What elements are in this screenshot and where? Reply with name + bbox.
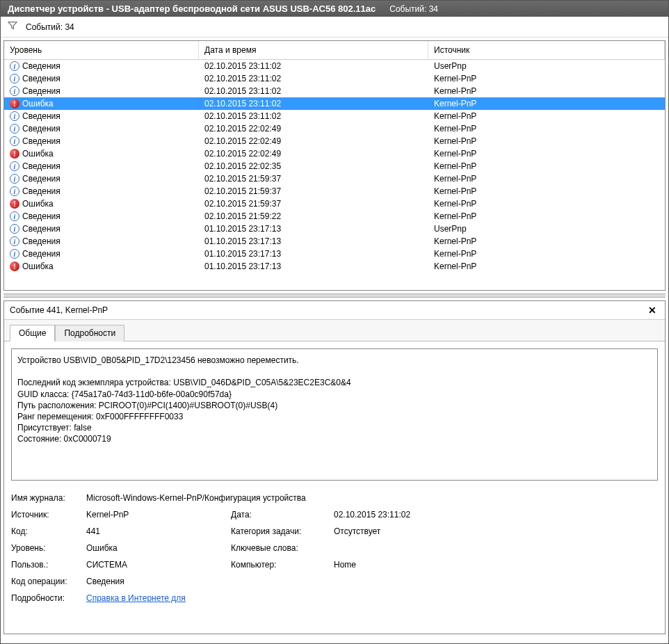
row-date-text: 02.10.2015 21:59:37 — [199, 186, 428, 197]
prop-label-task: Категория задачи: — [231, 526, 328, 536]
info-icon: i — [10, 174, 19, 184]
table-row[interactable]: iСведения02.10.2015 21:59:37Kernel-PnP — [4, 185, 665, 198]
prop-value-source: Kernel-PnP — [86, 510, 225, 520]
prop-value-code: 441 — [86, 526, 225, 536]
row-date-text: 02.10.2015 23:11:02 — [199, 111, 428, 122]
details-panel: Событие 441, Kernel-PnP ✕ Общие Подробно… — [3, 300, 666, 634]
row-source-text: Kernel-PnP — [428, 86, 665, 97]
table-row[interactable]: iСведения02.10.2015 22:02:49Kernel-PnP — [4, 135, 665, 147]
row-level-text: Сведения — [22, 61, 61, 71]
close-icon[interactable]: ✕ — [645, 305, 659, 316]
info-icon: i — [10, 111, 19, 121]
row-source-text: Kernel-PnP — [428, 236, 665, 247]
details-tabs: Общие Подробности — [4, 320, 665, 341]
table-row[interactable]: iСведения01.10.2015 23:17:13Kernel-PnP — [4, 248, 665, 260]
details-header: Событие 441, Kernel-PnP ✕ — [4, 301, 665, 320]
prop-label-code: Код: — [11, 526, 81, 536]
prop-label-computer: Компьютер: — [231, 560, 328, 570]
row-level-text: Сведения — [22, 124, 61, 134]
table-row[interactable]: iСведения02.10.2015 23:11:02UserPnp — [4, 60, 665, 72]
info-icon: i — [10, 186, 19, 196]
row-source-text: Kernel-PnP — [428, 98, 665, 109]
table-row[interactable]: !Ошибка02.10.2015 23:11:02Kernel-PnP — [4, 97, 665, 110]
grid-header: Уровень Дата и время Источник — [4, 41, 665, 60]
table-row[interactable]: iСведения02.10.2015 23:11:02Kernel-PnP — [4, 85, 665, 97]
prop-label-level: Уровень: — [11, 543, 81, 553]
table-row[interactable]: iСведения02.10.2015 22:02:49Kernel-PnP — [4, 122, 665, 135]
tab-details[interactable]: Подробности — [55, 325, 124, 341]
row-date-text: 01.10.2015 23:17:13 — [199, 248, 428, 259]
row-source-text: Kernel-PnP — [428, 148, 665, 159]
row-source-text: Kernel-PnP — [428, 248, 665, 259]
filter-icon[interactable] — [8, 21, 17, 33]
row-date-text: 02.10.2015 23:11:02 — [199, 86, 428, 97]
table-row[interactable]: iСведения02.10.2015 21:59:22Kernel-PnP — [4, 210, 665, 223]
column-header-level[interactable]: Уровень — [4, 41, 199, 59]
splitter[interactable] — [3, 293, 666, 298]
prop-label-logname: Имя журнала: — [11, 493, 81, 503]
row-date-text: 02.10.2015 22:02:49 — [199, 136, 428, 147]
titlebar-event-count: Событий: 34 — [389, 4, 438, 14]
info-icon: i — [10, 74, 19, 83]
prop-value-level: Ошибка — [86, 543, 225, 553]
row-level-text: Сведения — [22, 111, 61, 121]
table-row[interactable]: iСведения02.10.2015 23:11:02Kernel-PnP — [4, 110, 665, 122]
window-title: Диспетчер устройств - USB-адаптер беспро… — [8, 3, 376, 14]
error-icon: ! — [10, 149, 19, 159]
prop-value-date: 02.10.2015 23:11:02 — [334, 510, 473, 520]
row-level-text: Ошибка — [22, 261, 54, 271]
column-header-date[interactable]: Дата и время — [199, 41, 428, 59]
row-level-text: Ошибка — [22, 149, 54, 159]
row-date-text: 02.10.2015 21:59:22 — [199, 211, 428, 222]
row-level-text: Сведения — [22, 186, 61, 196]
prop-value-logname: Microsoft-Windows-Kernel-PnP/Конфигураци… — [86, 493, 306, 503]
table-row[interactable]: iСведения01.10.2015 23:17:13Kernel-PnP — [4, 235, 665, 248]
info-icon: i — [10, 161, 19, 171]
info-icon: i — [10, 136, 19, 146]
row-level-text: Сведения — [22, 74, 61, 83]
row-level-text: Сведения — [22, 174, 61, 184]
prop-label-user: Пользов.: — [11, 560, 81, 570]
table-row[interactable]: iСведения01.10.2015 23:17:13UserPnp — [4, 223, 665, 235]
row-date-text: 02.10.2015 23:11:02 — [199, 73, 428, 84]
row-date-text: 02.10.2015 23:11:02 — [199, 61, 428, 72]
table-row[interactable]: iСведения02.10.2015 23:11:02Kernel-PnP — [4, 72, 665, 85]
prop-label-opcode: Код операции: — [11, 577, 81, 586]
table-row[interactable]: !Ошибка02.10.2015 22:02:49Kernel-PnP — [4, 147, 665, 160]
info-icon: i — [10, 86, 19, 96]
row-level-text: Сведения — [22, 161, 61, 171]
online-help-link[interactable]: Справка в Интернете для — [86, 593, 186, 603]
error-icon: ! — [10, 261, 19, 271]
prop-value-opcode: Сведения — [86, 577, 124, 586]
row-date-text: 02.10.2015 23:11:02 — [199, 98, 428, 109]
info-icon: i — [10, 249, 19, 259]
tab-general[interactable]: Общие — [10, 325, 55, 341]
row-source-text: UserPnp — [428, 223, 665, 234]
table-row[interactable]: !Ошибка01.10.2015 23:17:13Kernel-PnP — [4, 260, 665, 273]
table-row[interactable]: iСведения02.10.2015 21:59:37Kernel-PnP — [4, 172, 665, 185]
row-source-text: Kernel-PnP — [428, 111, 665, 122]
filter-event-count: Событий: 34 — [26, 22, 74, 32]
row-level-text: Сведения — [22, 249, 61, 259]
row-level-text: Сведения — [22, 224, 61, 234]
row-level-text: Сведения — [22, 236, 61, 246]
column-header-source[interactable]: Источник — [428, 41, 665, 59]
table-row[interactable]: iСведения02.10.2015 22:02:35Kernel-PnP — [4, 160, 665, 172]
grid-body[interactable]: iСведения02.10.2015 23:11:02UserPnpiСвед… — [4, 60, 665, 290]
info-icon: i — [10, 211, 19, 221]
table-row[interactable]: !Ошибка02.10.2015 21:59:37Kernel-PnP — [4, 198, 665, 210]
row-source-text: Kernel-PnP — [428, 161, 665, 172]
error-icon: ! — [10, 199, 19, 209]
row-source-text: UserPnp — [428, 61, 665, 72]
row-date-text: 02.10.2015 21:59:37 — [199, 198, 428, 209]
window-titlebar: Диспетчер устройств - USB-адаптер беспро… — [1, 1, 668, 17]
row-date-text: 01.10.2015 23:17:13 — [199, 261, 428, 272]
row-level-text: Сведения — [22, 211, 61, 221]
info-icon: i — [10, 236, 19, 246]
row-source-text: Kernel-PnP — [428, 211, 665, 222]
row-date-text: 02.10.2015 22:02:49 — [199, 123, 428, 134]
row-level-text: Ошибка — [22, 199, 54, 209]
prop-label-moreinfo: Подробности: — [11, 593, 81, 603]
prop-label-keywords: Ключевые слова: — [231, 543, 328, 553]
row-source-text: Kernel-PnP — [428, 198, 665, 209]
